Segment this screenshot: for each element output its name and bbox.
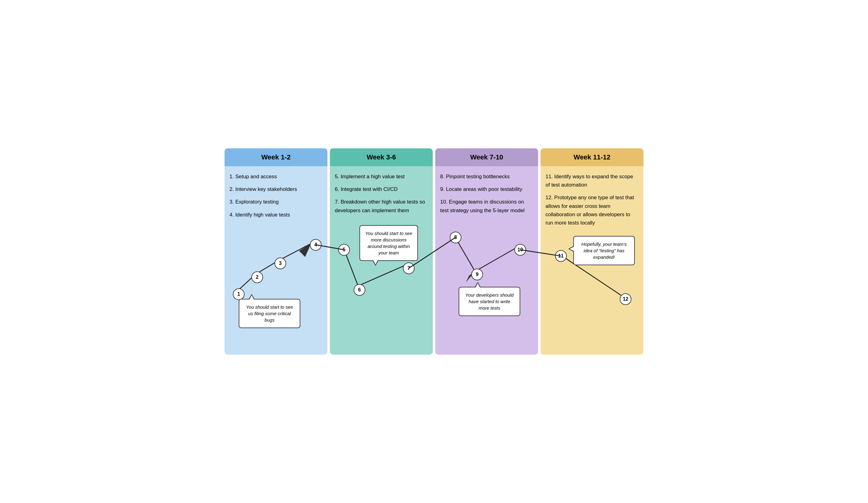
column-week1112: Week 11-12 11. Identify ways to expand t… [540,148,643,355]
diagram-container: Week 1-2 1. Setup and access 2. Intervie… [218,142,650,361]
column-week710: Week 7-10 8. Pinpoint testing bottleneck… [435,148,538,355]
task-4: 4. Identify high value tests [229,211,322,219]
task-1: 1. Setup and access [229,172,322,181]
week36-bubble: You should start to see more discussions… [360,225,418,261]
task-11: 11. Identify ways to expand the scope of… [546,172,639,189]
week1112-header: Week 11-12 [540,148,643,166]
task-6: 6. Integrate test with CI/CD [335,185,428,193]
week1112-bubble: Hopefully, your team's idea of "testing"… [573,236,635,265]
node-4: 4 [310,239,322,251]
task-10: 10. Engage teams in discussions on test … [440,198,533,214]
node-11: 11 [555,250,567,262]
week710-chart: 8 9 10 Your developers should have start… [440,219,533,336]
week36-body: 5. Implement a high value test 6. Integr… [330,166,433,355]
week710-body: 8. Pinpoint testing bottlenecks 9. Locat… [435,166,538,355]
task-5: 5. Implement a high value test [335,172,428,181]
node-5: 5 [338,244,350,256]
columns-layout: Week 1-2 1. Setup and access 2. Intervie… [225,148,643,355]
task-7: 7. Breakdown other high value tests so d… [335,198,428,214]
week12-tasks: 1. Setup and access 2. Interview key sta… [229,172,322,219]
task-9: 9. Locate areas with poor testability [440,185,533,193]
week710-tasks: 8. Pinpoint testing bottlenecks 9. Locat… [440,172,533,215]
node-6: 6 [354,284,365,296]
week710-header: Week 7-10 [435,148,538,166]
week36-chart: 5 6 7 You should start to see more discu… [335,219,428,336]
node-8: 8 [450,232,462,243]
week1112-chart: 11 12 Hopefully, your team's idea of "te… [546,231,639,349]
node-2: 2 [251,271,263,283]
node-3: 3 [275,258,286,269]
column-week36: Week 3-6 5. Implement a high value test … [330,148,433,355]
column-week12: Week 1-2 1. Setup and access 2. Intervie… [225,148,328,355]
week12-header: Week 1-2 [225,148,328,166]
week36-tasks: 5. Implement a high value test 6. Integr… [335,172,428,215]
task-3: 3. Exploratory testing [229,198,322,206]
week12-bubble: You should start to see us filing some c… [239,299,300,328]
node-12: 12 [620,293,631,305]
task-8: 8. Pinpoint testing bottlenecks [440,172,533,181]
svg-marker-0 [299,244,311,256]
node-1: 1 [233,288,245,300]
node-9: 9 [471,269,483,280]
node-10: 10 [514,244,526,256]
week12-body: 1. Setup and access 2. Interview key sta… [225,166,328,355]
week36-header: Week 3-6 [330,148,433,166]
week1112-tasks: 11. Identify ways to expand the scope of… [546,172,639,227]
task-2: 2. Interview key stakeholders [229,185,322,193]
week12-chart: 1 2 3 4 You should start to see us filin… [229,223,322,341]
task-12: 12. Prototype any one type of test that … [546,193,639,227]
week710-bubble: Your developers should have started to w… [459,287,520,316]
week1112-body: 11. Identify ways to expand the scope of… [540,166,643,355]
node-7: 7 [403,262,415,274]
